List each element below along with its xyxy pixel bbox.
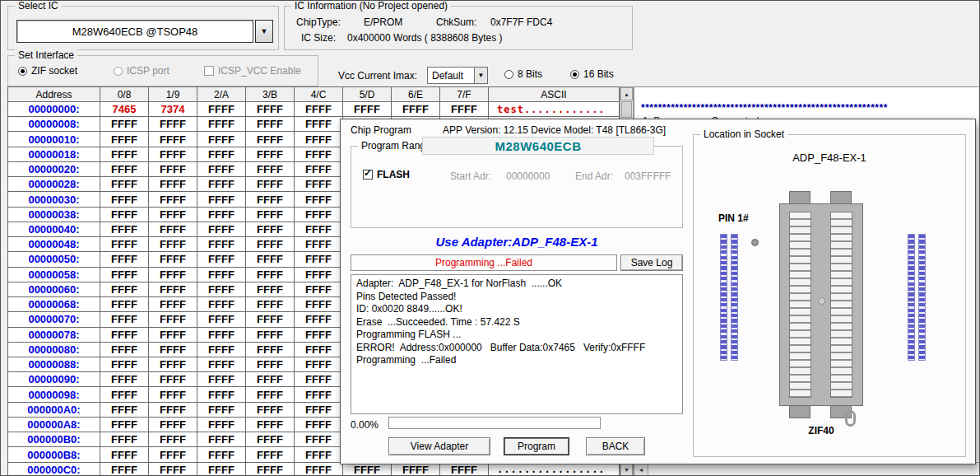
hex-cell[interactable]: FFFF bbox=[149, 252, 197, 267]
hex-cell[interactable]: FFFF bbox=[100, 432, 149, 447]
hex-cell[interactable]: FFFF bbox=[197, 117, 246, 132]
hex-cell[interactable]: FFFF bbox=[149, 357, 197, 372]
hex-cell[interactable]: FFFF bbox=[149, 162, 197, 177]
hex-cell[interactable]: FFFF bbox=[100, 252, 149, 267]
hex-cell[interactable]: FFFF bbox=[149, 432, 197, 447]
hex-cell[interactable]: FFFF bbox=[295, 343, 343, 357]
hex-cell[interactable]: FFFF bbox=[100, 132, 149, 147]
hex-cell[interactable]: FFFF bbox=[295, 372, 343, 387]
ic-combo[interactable]: M28W640ECB @TSOP48 bbox=[16, 20, 253, 43]
hex-cell[interactable]: FFFF bbox=[149, 297, 197, 312]
hex-cell[interactable]: FFFF bbox=[295, 237, 343, 252]
hex-cell[interactable]: FFFF bbox=[149, 282, 197, 297]
hex-cell[interactable]: FFFF bbox=[197, 132, 246, 147]
hex-cell[interactable]: FFFF bbox=[149, 117, 197, 132]
hex-cell[interactable]: FFFF bbox=[295, 357, 343, 372]
hex-address[interactable]: 00000058: bbox=[8, 268, 100, 282]
hex-address[interactable]: 00000060: bbox=[8, 282, 100, 297]
hex-cell[interactable]: FFFF bbox=[149, 237, 197, 252]
hex-cell[interactable]: FFFF bbox=[149, 328, 197, 343]
hex-cell[interactable]: FFFF bbox=[197, 222, 246, 237]
hex-cell[interactable]: FFFF bbox=[197, 343, 246, 357]
hex-cell[interactable]: FFFF bbox=[246, 447, 295, 462]
hex-cell[interactable]: FFFF bbox=[197, 372, 246, 387]
hex-cell[interactable]: FFFF bbox=[100, 222, 149, 237]
hex-cell[interactable]: FFFF bbox=[295, 222, 343, 237]
hex-cell[interactable]: FFFF bbox=[440, 102, 489, 117]
hex-cell[interactable]: FFFF bbox=[197, 297, 246, 312]
hex-cell[interactable]: FFFF bbox=[100, 387, 149, 402]
hex-cell[interactable]: FFFF bbox=[197, 387, 246, 402]
hex-address[interactable]: 00000078: bbox=[8, 328, 100, 343]
hex-cell[interactable]: FFFF bbox=[246, 268, 295, 282]
hex-cell[interactable]: FFFF bbox=[246, 162, 295, 177]
hex-address[interactable]: 00000098: bbox=[8, 387, 100, 402]
hex-cell[interactable]: FFFF bbox=[197, 177, 246, 192]
hex-cell[interactable]: FFFF bbox=[100, 282, 149, 297]
hex-cell[interactable]: FFFF bbox=[197, 268, 246, 282]
hex-cell[interactable]: FFFF bbox=[197, 147, 246, 162]
hex-cell[interactable]: FFFF bbox=[343, 463, 392, 476]
hex-cell[interactable]: FFFF bbox=[197, 463, 246, 476]
hex-cell[interactable]: FFFF bbox=[295, 147, 343, 162]
icsp-port-radio[interactable]: ICSP port bbox=[114, 65, 170, 77]
hex-cell[interactable]: FFFF bbox=[295, 463, 343, 476]
hex-cell[interactable]: FFFF bbox=[295, 162, 343, 177]
hex-cell[interactable]: FFFF bbox=[246, 372, 295, 387]
hex-cell[interactable]: FFFF bbox=[197, 237, 246, 252]
hex-address[interactable]: 00000048: bbox=[8, 237, 100, 252]
bits8-radio[interactable]: 8 Bits bbox=[504, 68, 542, 80]
back-button[interactable]: BACK bbox=[586, 437, 645, 455]
hex-cell[interactable]: FFFF bbox=[246, 463, 295, 476]
hex-address[interactable]: 000000B0: bbox=[8, 432, 100, 447]
hex-cell[interactable]: FFFF bbox=[295, 282, 343, 297]
hex-cell[interactable]: FFFF bbox=[295, 447, 343, 462]
hex-cell[interactable]: FFFF bbox=[295, 418, 343, 432]
hex-address[interactable]: 00000090: bbox=[8, 372, 100, 387]
hex-address[interactable]: 00000068: bbox=[8, 297, 100, 312]
hex-address[interactable]: 00000018: bbox=[8, 147, 100, 162]
hex-cell[interactable]: FFFF bbox=[392, 102, 440, 117]
hex-address[interactable]: 000000A8: bbox=[8, 418, 100, 432]
hex-cell[interactable]: FFFF bbox=[149, 192, 197, 207]
hex-address[interactable]: 000000A0: bbox=[8, 403, 100, 418]
hex-cell[interactable]: FFFF bbox=[100, 403, 149, 418]
hex-cell[interactable]: FFFF bbox=[246, 237, 295, 252]
hex-cell[interactable]: FFFF bbox=[149, 312, 197, 327]
hex-cell[interactable]: FFFF bbox=[149, 343, 197, 357]
hex-address[interactable]: 00000040: bbox=[8, 222, 100, 237]
hex-cell[interactable]: FFFF bbox=[100, 177, 149, 192]
hex-cell[interactable]: FFFF bbox=[149, 268, 197, 282]
hex-cell[interactable]: FFFF bbox=[100, 297, 149, 312]
hex-cell[interactable]: FFFF bbox=[100, 328, 149, 343]
scroll-left-button[interactable]: ◄ bbox=[634, 463, 648, 476]
hex-cell[interactable]: FFFF bbox=[295, 102, 343, 117]
hex-cell[interactable]: FFFF bbox=[295, 268, 343, 282]
hex-cell[interactable]: FFFF bbox=[149, 403, 197, 418]
hex-cell[interactable]: FFFF bbox=[100, 117, 149, 132]
hex-cell[interactable]: FFFF bbox=[197, 418, 246, 432]
flash-checkbox[interactable]: ✓ FLASH bbox=[363, 169, 410, 180]
hex-cell[interactable]: FFFF bbox=[149, 177, 197, 192]
hex-cell[interactable]: FFFF bbox=[100, 463, 149, 476]
hex-cell[interactable]: FFFF bbox=[100, 418, 149, 432]
hex-cell[interactable]: 7465 bbox=[100, 102, 149, 117]
hex-cell[interactable]: FFFF bbox=[246, 387, 295, 402]
hex-address[interactable]: 00000038: bbox=[8, 208, 100, 222]
hex-cell[interactable]: FFFF bbox=[197, 208, 246, 222]
hex-cell[interactable]: FFFF bbox=[100, 147, 149, 162]
hex-cell[interactable]: FFFF bbox=[197, 102, 246, 117]
hex-cell[interactable]: FFFF bbox=[197, 357, 246, 372]
hex-cell[interactable]: FFFF bbox=[246, 297, 295, 312]
hex-cell[interactable]: FFFF bbox=[295, 192, 343, 207]
hex-cell[interactable]: FFFF bbox=[246, 117, 295, 132]
hex-cell[interactable]: FFFF bbox=[197, 328, 246, 343]
hex-cell[interactable]: FFFF bbox=[246, 357, 295, 372]
hex-cell[interactable]: FFFF bbox=[246, 222, 295, 237]
hex-cell[interactable]: FFFF bbox=[295, 252, 343, 267]
hex-cell[interactable]: FFFF bbox=[100, 343, 149, 357]
hex-cell[interactable]: FFFF bbox=[197, 192, 246, 207]
hex-cell[interactable]: FFFF bbox=[100, 312, 149, 327]
hex-cell[interactable]: FFFF bbox=[100, 357, 149, 372]
hex-cell[interactable]: FFFF bbox=[295, 312, 343, 327]
